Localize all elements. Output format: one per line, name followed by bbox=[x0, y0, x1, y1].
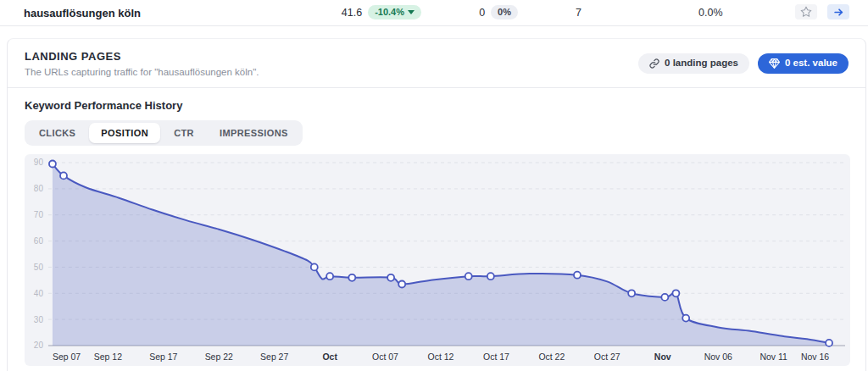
landing-pages-actions: 0 landing pages 0 est. value bbox=[638, 53, 849, 74]
position-metric: 41.6 -10.4% bbox=[342, 5, 421, 19]
data-point-marker[interactable] bbox=[628, 290, 635, 296]
metric-tab-bar: CLICKSPOSITIONCTRIMPRESSIONS bbox=[25, 120, 303, 146]
data-point-marker[interactable] bbox=[672, 290, 679, 296]
favorite-star-button[interactable] bbox=[795, 4, 817, 19]
landing-pages-count-label: 0 landing pages bbox=[665, 58, 738, 69]
x-tick-label: Sep 12 bbox=[94, 352, 122, 362]
series-area-fill bbox=[53, 164, 829, 346]
impressions-value: 7 bbox=[576, 7, 581, 19]
x-tick-label: Oct 12 bbox=[428, 352, 454, 362]
data-point-marker[interactable] bbox=[398, 281, 405, 288]
y-tick-label: 30 bbox=[34, 315, 44, 324]
landing-pages-section: LANDING PAGES The URLs capturing traffic… bbox=[8, 39, 865, 87]
position-history-chart[interactable]: 9080706050403020Sep 07Sep 12Sep 17Sep 22… bbox=[25, 154, 850, 366]
keyword-row: hausauflösungen köln 41.6 -10.4% 0 0% 7 … bbox=[0, 0, 868, 26]
data-point-marker[interactable] bbox=[348, 274, 355, 281]
position-change-value: -10.4% bbox=[375, 8, 404, 17]
arrow-right-icon bbox=[833, 7, 844, 18]
position-value: 41.6 bbox=[342, 7, 362, 19]
x-tick-label: Oct 07 bbox=[372, 352, 398, 362]
star-icon bbox=[800, 6, 812, 18]
data-point-marker[interactable] bbox=[661, 294, 668, 301]
row-actions bbox=[795, 4, 849, 19]
performance-history-section: Keyword Performance History CLICKSPOSITI… bbox=[8, 88, 865, 371]
data-point-marker[interactable] bbox=[387, 274, 394, 281]
open-keyword-button[interactable] bbox=[827, 4, 849, 19]
chart-canvas: 9080706050403020Sep 07Sep 12Sep 17Sep 22… bbox=[25, 154, 850, 366]
x-tick-label: Nov 06 bbox=[704, 352, 732, 362]
data-point-marker[interactable] bbox=[826, 340, 832, 346]
landing-pages-subtitle: The URLs capturing traffic for "hausaufl… bbox=[25, 67, 259, 77]
x-tick-label: Sep 07 bbox=[53, 352, 81, 362]
tab-ctr[interactable]: CTR bbox=[162, 123, 206, 143]
x-tick-label: Oct bbox=[322, 352, 337, 362]
tab-clicks[interactable]: CLICKS bbox=[27, 123, 87, 143]
data-point-marker[interactable] bbox=[311, 263, 318, 270]
x-tick-label: Oct 17 bbox=[483, 352, 509, 362]
est-value-label: 0 est. value bbox=[785, 58, 837, 69]
clicks-value: 0 bbox=[479, 7, 485, 19]
ctr-value: 0.0% bbox=[698, 7, 723, 19]
y-tick-label: 40 bbox=[34, 289, 44, 298]
tab-impressions[interactable]: IMPRESSIONS bbox=[208, 123, 300, 143]
x-tick-label: Nov 11 bbox=[760, 352, 787, 362]
est-value-button[interactable]: 0 est. value bbox=[758, 53, 849, 74]
performance-history-title: Keyword Performance History bbox=[25, 99, 850, 112]
landing-pages-header: LANDING PAGES The URLs capturing traffic… bbox=[25, 50, 259, 77]
x-tick-label: Sep 17 bbox=[149, 352, 177, 362]
clicks-change-badge: 0% bbox=[491, 5, 518, 19]
tab-position[interactable]: POSITION bbox=[89, 123, 160, 143]
data-point-marker[interactable] bbox=[682, 315, 689, 322]
keyword-detail-card: LANDING PAGES The URLs capturing traffic… bbox=[7, 38, 866, 371]
x-tick-label: Nov 16 bbox=[801, 352, 829, 362]
x-tick-label: Oct 27 bbox=[594, 352, 620, 362]
data-point-marker[interactable] bbox=[326, 273, 333, 280]
x-tick-label: Sep 22 bbox=[205, 352, 233, 362]
y-tick-label: 80 bbox=[34, 184, 44, 193]
y-tick-label: 60 bbox=[34, 236, 44, 246]
gem-icon bbox=[769, 58, 780, 69]
clicks-change-value: 0% bbox=[498, 8, 511, 17]
x-tick-label: Nov bbox=[654, 352, 671, 362]
x-tick-label: Sep 27 bbox=[260, 352, 288, 362]
data-point-marker[interactable] bbox=[465, 273, 472, 280]
landing-pages-count-button[interactable]: 0 landing pages bbox=[638, 53, 749, 74]
data-point-marker[interactable] bbox=[60, 172, 67, 179]
data-point-marker[interactable] bbox=[49, 161, 56, 168]
link-icon bbox=[649, 58, 659, 69]
position-change-badge[interactable]: -10.4% bbox=[368, 5, 421, 19]
y-tick-label: 70 bbox=[34, 210, 44, 219]
y-tick-label: 90 bbox=[34, 158, 44, 167]
landing-pages-title: LANDING PAGES bbox=[25, 50, 259, 63]
caret-down-icon bbox=[408, 10, 415, 14]
data-point-marker[interactable] bbox=[487, 273, 494, 280]
data-point-marker[interactable] bbox=[574, 272, 581, 279]
y-tick-label: 20 bbox=[34, 341, 44, 350]
y-tick-label: 50 bbox=[34, 263, 44, 272]
clicks-metric: 0 0% bbox=[479, 5, 518, 19]
x-tick-label: Oct 22 bbox=[538, 352, 565, 362]
keyword-label[interactable]: hausauflösungen köln bbox=[24, 7, 141, 19]
